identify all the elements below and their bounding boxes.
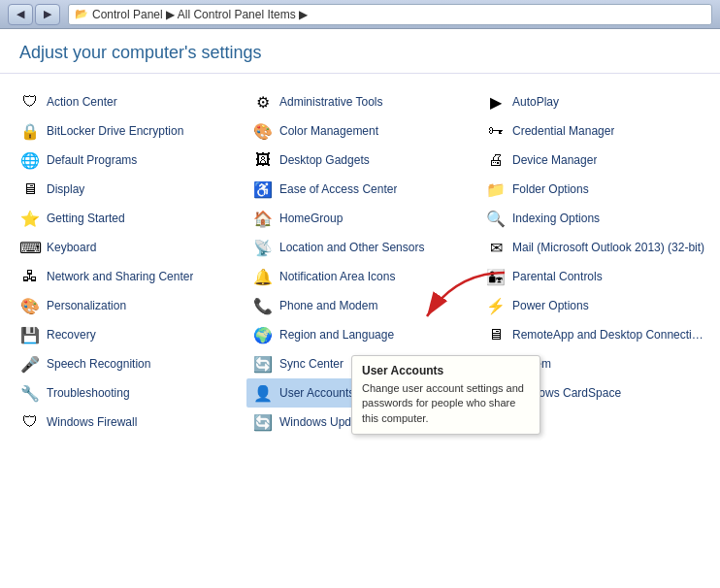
forward-button[interactable]: ▶ bbox=[35, 4, 60, 25]
item-icon: 🔒 bbox=[19, 120, 41, 142]
list-item[interactable]: 🔧Troubleshooting bbox=[14, 378, 246, 408]
item-icon: ⚡ bbox=[485, 295, 507, 316]
list-item[interactable]: 🎨Personalization bbox=[14, 291, 246, 320]
page-header: Adjust your computer's settings bbox=[0, 29, 720, 74]
item-label: Credential Manager bbox=[512, 124, 614, 138]
item-label: Getting Started bbox=[47, 212, 125, 225]
item-icon: 🔔 bbox=[252, 266, 274, 287]
list-item[interactable]: ♿Ease of Access Center bbox=[246, 175, 479, 204]
list-item[interactable]: 🔒BitLocker Drive Encryption bbox=[14, 116, 246, 146]
list-item[interactable]: 🔍Indexing Options bbox=[479, 204, 712, 233]
item-label: Desktop Gadgets bbox=[279, 153, 370, 167]
item-icon: 🗝 bbox=[485, 120, 507, 142]
list-item[interactable]: 📡Location and Other Sensors bbox=[246, 233, 479, 262]
list-item[interactable]: 🏠HomeGroup bbox=[246, 204, 479, 233]
item-icon: 🖥 bbox=[19, 179, 41, 200]
item-icon: 🛡 bbox=[19, 91, 41, 113]
item-label: Notification Area Icons bbox=[279, 270, 395, 283]
item-label: Indexing Options bbox=[512, 212, 600, 225]
back-button[interactable]: ◀ bbox=[8, 4, 33, 25]
list-item[interactable]: 🖥RemoteApp and Desktop Connections bbox=[479, 320, 712, 349]
item-icon: 🖥 bbox=[485, 324, 507, 345]
item-label: Region and Language bbox=[279, 328, 394, 342]
item-label: Mail (Microsoft Outlook 2013) (32-bit) bbox=[512, 241, 704, 254]
item-label: Administrative Tools bbox=[279, 95, 383, 109]
item-label: Folder Options bbox=[512, 182, 589, 196]
tooltip-title: User Accounts bbox=[362, 364, 530, 377]
list-item[interactable]: 🗝Credential Manager bbox=[479, 116, 712, 146]
item-icon: 🛡 bbox=[19, 411, 41, 433]
item-label: Sync Center bbox=[279, 357, 344, 371]
item-label: Ease of Access Center bbox=[279, 182, 397, 196]
list-item[interactable]: ▶AutoPlay bbox=[479, 87, 712, 116]
list-item[interactable]: 🎤Speech Recognition bbox=[14, 349, 246, 378]
item-label: Default Programs bbox=[47, 153, 137, 167]
item-icon: ⌨ bbox=[19, 237, 41, 258]
item-icon: 🔄 bbox=[252, 353, 274, 375]
item-label: HomeGroup bbox=[279, 212, 343, 225]
list-item[interactable]: ⭐Getting Started bbox=[14, 204, 246, 233]
list-item[interactable]: 🖨Device Manager bbox=[479, 146, 712, 175]
item-label: Keyboard bbox=[47, 241, 96, 254]
list-item[interactable]: ⚙Administrative Tools bbox=[246, 87, 479, 116]
item-icon: 💾 bbox=[19, 324, 41, 345]
main-window: Adjust your computer's settings 🛡Action … bbox=[0, 29, 720, 588]
page-title: Adjust your computer's settings bbox=[19, 43, 701, 63]
list-item[interactable]: 🔔Notification Area Icons bbox=[246, 262, 479, 291]
item-icon: ⭐ bbox=[19, 208, 41, 229]
item-icon: 🏠 bbox=[252, 208, 274, 229]
address-bar[interactable]: 📂 Control Panel ▶ All Control Panel Item… bbox=[68, 4, 712, 25]
list-item[interactable]: 🌐Default Programs bbox=[14, 146, 246, 175]
item-label: Phone and Modem bbox=[279, 299, 377, 312]
item-label: Device Manager bbox=[512, 153, 597, 167]
item-label: User Accounts bbox=[279, 386, 354, 400]
item-label: BitLocker Drive Encryption bbox=[47, 124, 183, 138]
item-icon: 🖧 bbox=[19, 266, 41, 287]
item-icon: 🔄 bbox=[252, 411, 274, 433]
item-icon: 🔧 bbox=[19, 382, 41, 404]
list-item[interactable]: 🖥Display bbox=[14, 175, 246, 204]
breadcrumb-text: Control Panel ▶ All Control Panel Items … bbox=[92, 8, 308, 21]
list-item[interactable]: 🎨Color Management bbox=[246, 116, 479, 146]
item-icon: 📡 bbox=[252, 237, 274, 258]
item-icon: 📁 bbox=[485, 179, 507, 200]
item-label: Network and Sharing Center bbox=[47, 270, 193, 283]
address-icon: 📂 bbox=[75, 8, 88, 20]
item-icon: 🎨 bbox=[19, 295, 41, 316]
list-item[interactable]: 📁Folder Options bbox=[479, 175, 712, 204]
list-item[interactable]: 🛡Windows Firewall bbox=[14, 408, 246, 437]
item-label: Display bbox=[47, 182, 84, 196]
item-label: RemoteApp and Desktop Connections bbox=[512, 328, 706, 342]
list-item[interactable]: ⌨Keyboard bbox=[14, 233, 246, 262]
user-accounts-tooltip: User Accounts Change user account settin… bbox=[351, 355, 540, 435]
item-label: Action Center bbox=[47, 95, 117, 109]
list-item[interactable]: 👨‍👧Parental Controls bbox=[479, 262, 712, 291]
list-item[interactable]: 🌍Region and Language bbox=[246, 320, 479, 349]
title-bar: ◀ ▶ 📂 Control Panel ▶ All Control Panel … bbox=[0, 0, 720, 29]
items-area: 🛡Action Center🔒BitLocker Drive Encryptio… bbox=[0, 74, 720, 588]
item-icon: 🔍 bbox=[485, 208, 507, 229]
item-label: Troubleshooting bbox=[47, 386, 130, 400]
item-icon: 🎨 bbox=[252, 120, 274, 142]
item-label: Windows Firewall bbox=[47, 415, 137, 429]
item-icon: 🌐 bbox=[19, 149, 41, 171]
item-label: AutoPlay bbox=[512, 95, 559, 109]
item-icon: ⚙ bbox=[252, 91, 274, 113]
item-label: Recovery bbox=[47, 328, 96, 342]
item-icon: 🌍 bbox=[252, 324, 274, 345]
item-label: Location and Other Sensors bbox=[279, 241, 424, 254]
item-icon: 🖨 bbox=[485, 149, 507, 171]
item-icon: ▶ bbox=[485, 91, 507, 113]
item-icon: 🖼 bbox=[252, 149, 274, 171]
list-item[interactable]: 🖧Network and Sharing Center bbox=[14, 262, 246, 291]
list-item[interactable]: ⚡Power Options bbox=[479, 291, 712, 320]
item-icon: 👨‍👧 bbox=[485, 266, 507, 287]
list-item[interactable]: 🛡Action Center bbox=[14, 87, 246, 116]
list-item[interactable]: ✉Mail (Microsoft Outlook 2013) (32-bit) bbox=[479, 233, 712, 262]
list-item[interactable]: 🖼Desktop Gadgets bbox=[246, 146, 479, 175]
item-icon: 👤 bbox=[252, 382, 274, 404]
list-item[interactable]: 💾Recovery bbox=[14, 320, 246, 349]
item-label: Power Options bbox=[512, 299, 589, 312]
list-item[interactable]: 📞Phone and Modem bbox=[246, 291, 479, 320]
item-icon: 📞 bbox=[252, 295, 274, 316]
